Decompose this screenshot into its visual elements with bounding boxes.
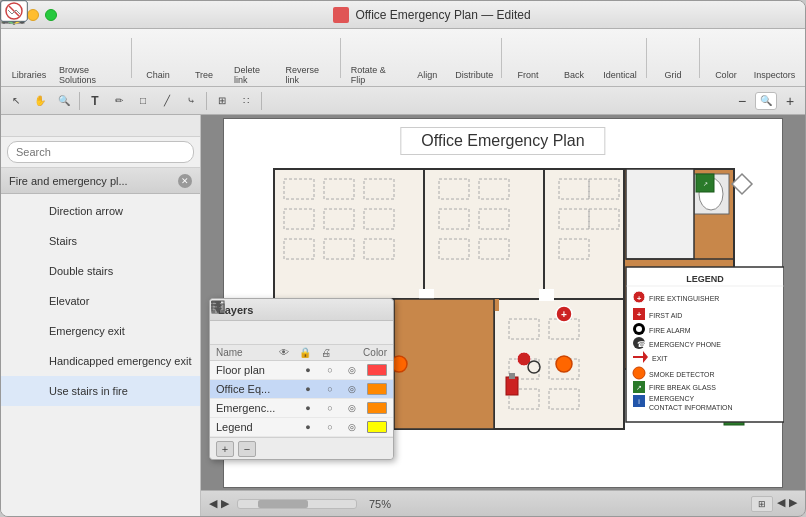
hand-tool[interactable]: ✋ xyxy=(29,91,51,111)
layer-color-swatch xyxy=(367,364,387,376)
svg-rect-138 xyxy=(394,299,494,429)
list-item[interactable]: Direction arrow xyxy=(1,196,200,226)
library-close-button[interactable]: ✕ xyxy=(178,174,192,188)
front-button[interactable]: Front xyxy=(506,32,550,84)
col-lock: 🔒 xyxy=(299,347,311,358)
main-toolbar: Libraries Browse Solutions xyxy=(1,29,805,87)
layer-row[interactable]: Legend ● ○ ◎ xyxy=(210,418,393,437)
svg-text:+: + xyxy=(637,310,642,319)
canvas-scroll[interactable]: Office Emergency Plan xyxy=(201,115,805,490)
fit-page-btn[interactable]: ⊞ xyxy=(751,496,773,512)
align-icon xyxy=(411,36,443,68)
add-layer-btn[interactable] xyxy=(214,324,234,342)
add-layer-footer-btn[interactable]: + xyxy=(216,441,234,457)
zoom-level-display: 75% xyxy=(369,498,391,510)
scroll-left-btn[interactable]: ◀ xyxy=(209,497,217,510)
svg-rect-99 xyxy=(539,289,554,301)
library-items: Direction arrow xyxy=(1,194,200,516)
next-page-btn[interactable]: ▶ xyxy=(789,496,797,512)
inspectors-button[interactable]: i Inspectors xyxy=(750,32,799,84)
zoom-in-btn[interactable]: + xyxy=(779,91,801,111)
remove-layer-footer-btn[interactable]: − xyxy=(238,441,256,457)
minimize-button[interactable] xyxy=(27,9,39,21)
eye-icon: ● xyxy=(301,401,315,415)
pointer-tool[interactable]: ↖ xyxy=(5,91,27,111)
search-input[interactable] xyxy=(7,141,194,163)
window-title: Office Emergency Plan — Edited xyxy=(355,8,530,22)
eye-icon: ● xyxy=(301,363,315,377)
browse-button[interactable]: Browse Solutions xyxy=(53,29,127,87)
layer-row[interactable]: Floor plan ● ○ ◎ xyxy=(210,361,393,380)
print-icon: ◎ xyxy=(345,401,359,415)
tb2-sep2 xyxy=(206,92,207,110)
emergency-exit-icon: EXIT xyxy=(9,319,41,343)
list-item[interactable]: Stairs xyxy=(1,226,200,256)
back-button[interactable]: Back xyxy=(552,32,596,84)
tree-button[interactable]: Tree xyxy=(182,32,226,84)
layers-toolbar xyxy=(210,321,393,345)
sep1 xyxy=(131,38,132,78)
distribute-icon xyxy=(458,36,490,68)
shape-tool[interactable]: □ xyxy=(132,91,154,111)
chain-button[interactable]: Chain xyxy=(136,32,180,84)
use-stairs-icon xyxy=(9,379,41,403)
move-layer-btn[interactable] xyxy=(258,324,278,342)
layer-row[interactable]: Emergenc... ● ○ ◎ xyxy=(210,399,393,418)
delete-layer-btn[interactable] xyxy=(236,324,256,342)
rotate-flip-icon xyxy=(358,31,390,63)
list-item[interactable]: Elevator xyxy=(1,286,200,316)
list-item[interactable]: Use stairs in fire xyxy=(1,376,200,406)
layer-name: Emergenc... xyxy=(216,402,301,414)
lock-icon: ○ xyxy=(323,420,337,434)
page-controls: ⊞ ◀ ▶ xyxy=(751,496,797,512)
identical-button[interactable]: Identical xyxy=(598,32,642,84)
layer-row[interactable]: Office Eq... ● ○ ◎ xyxy=(210,380,393,399)
list-item[interactable]: Handicapped emergency exit xyxy=(1,346,200,376)
svg-text:EXIT: EXIT xyxy=(652,355,668,362)
color-button[interactable]: Color xyxy=(704,32,748,84)
eye-icon: ● xyxy=(301,382,315,396)
reverse-link-button[interactable]: Reverse link xyxy=(280,29,336,87)
emergency-exit-label: Emergency exit xyxy=(49,325,125,337)
zoom-tool[interactable]: 🔍 xyxy=(53,91,75,111)
delete-link-button[interactable]: Delete link xyxy=(228,29,278,87)
layers-header: Name 👁 🔒 🖨 Color xyxy=(210,345,393,361)
horizontal-scrollbar[interactable] xyxy=(237,499,357,509)
layers-title: Layers xyxy=(210,299,393,321)
grid-button[interactable]: Grid xyxy=(651,32,695,84)
rotate-flip-button[interactable]: Rotate & Flip xyxy=(345,29,404,87)
list-item[interactable]: Double stairs xyxy=(1,256,200,286)
layer-name: Office Eq... xyxy=(216,383,301,395)
text-tool[interactable]: T xyxy=(84,91,106,111)
stairs-icon xyxy=(9,229,41,253)
libraries-button[interactable]: Libraries xyxy=(7,32,51,84)
tb2-sep3 xyxy=(261,92,262,110)
snap-btn[interactable]: ⊞ xyxy=(211,91,233,111)
line-tool[interactable]: ╱ xyxy=(156,91,178,111)
svg-text:FIRE BREAK GLASS: FIRE BREAK GLASS xyxy=(649,384,716,391)
svg-text:↗: ↗ xyxy=(636,384,642,391)
list-item[interactable]: EXIT Emergency exit xyxy=(1,316,200,346)
maximize-button[interactable] xyxy=(45,9,57,21)
zoom-out-btn[interactable]: − xyxy=(731,91,753,111)
svg-rect-104 xyxy=(626,169,694,259)
layer-color-swatch xyxy=(367,383,387,395)
color-icon xyxy=(710,36,742,68)
layer-name: Floor plan xyxy=(216,364,301,376)
col-name: Name xyxy=(216,347,279,358)
delete-link-icon xyxy=(237,31,269,63)
print-icon: ◎ xyxy=(345,382,359,396)
col-color: Color xyxy=(363,347,387,358)
inspectors-label: Inspectors xyxy=(754,70,796,80)
align-button[interactable]: Align xyxy=(405,32,449,84)
prev-page-btn[interactable]: ◀ xyxy=(777,496,785,512)
connector-tool[interactable]: ⤷ xyxy=(180,91,202,111)
snap-options[interactable]: ∷ xyxy=(235,91,257,111)
draw-tool[interactable]: ✏ xyxy=(108,91,130,111)
elevator-label: Elevator xyxy=(49,295,89,307)
scroll-right-btn[interactable]: ▶ xyxy=(221,497,229,510)
distribute-button[interactable]: Distribute xyxy=(451,32,497,84)
handicapped-exit-label: Handicapped emergency exit xyxy=(49,355,191,367)
svg-rect-146 xyxy=(506,377,518,395)
reverse-link-label: Reverse link xyxy=(286,65,330,85)
